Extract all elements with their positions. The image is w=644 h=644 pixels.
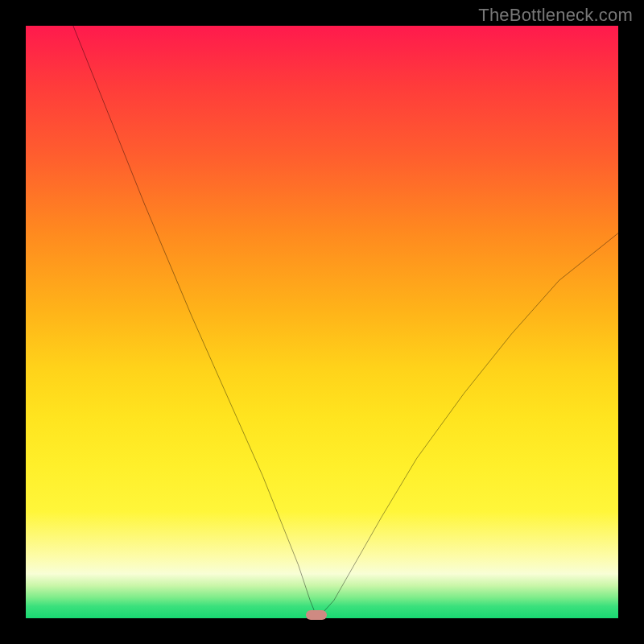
watermark-text: TheBottleneck.com xyxy=(478,5,633,26)
optimum-marker xyxy=(306,610,327,620)
bottleneck-curve xyxy=(26,26,618,618)
chart-frame: TheBottleneck.com xyxy=(0,0,644,644)
plot-area xyxy=(26,26,618,618)
